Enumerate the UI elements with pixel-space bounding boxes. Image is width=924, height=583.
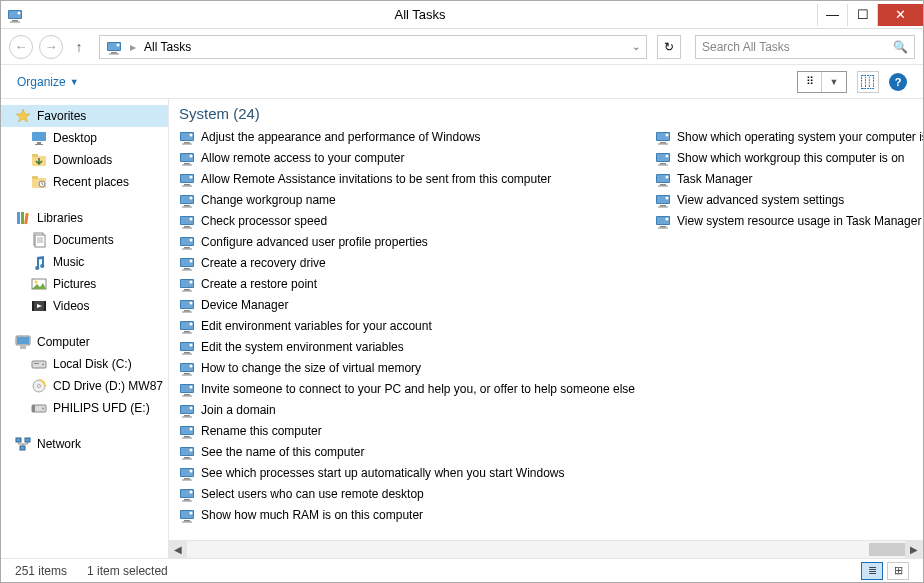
scroll-right-button[interactable]: ▶	[905, 541, 923, 558]
task-label: Allow Remote Assistance invitations to b…	[201, 172, 551, 186]
tree-documents[interactable]: Documents	[1, 229, 168, 251]
tree-libraries[interactable]: Libraries	[1, 207, 168, 229]
task-item[interactable]: Show which workgroup this computer is on	[655, 147, 923, 168]
task-item[interactable]: Edit environment variables for your acco…	[179, 315, 635, 336]
view-dropdown-button[interactable]: ▼	[822, 72, 846, 92]
up-button[interactable]: ↑	[69, 39, 89, 55]
tree-videos[interactable]: Videos	[1, 295, 168, 317]
task-label: Edit environment variables for your acco…	[201, 319, 432, 333]
control-panel-icon	[179, 276, 195, 292]
task-item[interactable]: Invite someone to connect to your PC and…	[179, 378, 635, 399]
task-label: See which processes start up automatical…	[201, 466, 565, 480]
titlebar: All Tasks — ☐ ✕	[1, 1, 923, 29]
task-label: Adjust the appearance and performance of…	[201, 130, 481, 144]
task-label: Allow remote access to your computer	[201, 151, 404, 165]
task-item[interactable]: Device Manager	[179, 294, 635, 315]
task-item[interactable]: Configure advanced user profile properti…	[179, 231, 635, 252]
control-panel-icon	[179, 234, 195, 250]
tree-usb-drive[interactable]: PHILIPS UFD (E:)	[1, 397, 168, 419]
task-item[interactable]: Create a recovery drive	[179, 252, 635, 273]
computer-icon	[15, 334, 31, 350]
task-item[interactable]: Task Manager	[655, 168, 923, 189]
task-item[interactable]: Create a restore point	[179, 273, 635, 294]
tree-pictures[interactable]: Pictures	[1, 273, 168, 295]
tree-network[interactable]: Network	[1, 433, 168, 455]
tree-desktop[interactable]: Desktop	[1, 127, 168, 149]
control-panel-icon	[179, 192, 195, 208]
task-item[interactable]: How to change the size of virtual memory	[179, 357, 635, 378]
breadcrumb-separator-icon: ▸	[130, 40, 136, 54]
task-item[interactable]: Join a domain	[179, 399, 635, 420]
task-item[interactable]: Show how much RAM is on this computer	[179, 504, 635, 525]
libraries-icon	[15, 210, 31, 226]
control-panel-icon	[179, 465, 195, 481]
nav-bar: ← → ↑ ▸ All Tasks ⌄ ↻ Search All Tasks 🔍	[1, 29, 923, 65]
task-label: Show how much RAM is on this computer	[201, 508, 423, 522]
control-panel-icon	[179, 402, 195, 418]
task-item[interactable]: Check processor speed	[179, 210, 635, 231]
close-button[interactable]: ✕	[877, 4, 923, 26]
search-placeholder: Search All Tasks	[702, 40, 790, 54]
tree-recent[interactable]: Recent places	[1, 171, 168, 193]
search-input[interactable]: Search All Tasks 🔍	[695, 35, 915, 59]
back-button[interactable]: ←	[9, 35, 33, 59]
control-panel-icon	[179, 150, 195, 166]
control-panel-icon	[179, 339, 195, 355]
task-label: Edit the system environment variables	[201, 340, 404, 354]
group-header-system[interactable]: System (24)	[169, 99, 923, 126]
task-column-1: Adjust the appearance and performance of…	[169, 126, 645, 540]
task-item[interactable]: Rename this computer	[179, 420, 635, 441]
details-view-button[interactable]: ≣	[861, 562, 883, 580]
task-item[interactable]: View system resource usage in Task Manag…	[655, 210, 923, 231]
task-item[interactable]: View advanced system settings	[655, 189, 923, 210]
control-panel-icon	[179, 318, 195, 334]
control-panel-icon	[179, 444, 195, 460]
task-label: Create a recovery drive	[201, 256, 326, 270]
view-mode-selector[interactable]: ⠿ ▼	[797, 71, 847, 93]
task-item[interactable]: Show which operating system your compute…	[655, 126, 923, 147]
task-item[interactable]: See which processes start up automatical…	[179, 462, 635, 483]
task-item[interactable]: Select users who can use remote desktop	[179, 483, 635, 504]
organize-button[interactable]: Organize ▼	[17, 75, 79, 89]
help-button[interactable]: ?	[889, 73, 907, 91]
task-label: Task Manager	[677, 172, 752, 186]
downloads-icon	[31, 152, 47, 168]
tree-cd-drive[interactable]: CD Drive (D:) MW87	[1, 375, 168, 397]
task-label: Create a restore point	[201, 277, 317, 291]
task-item[interactable]: Change workgroup name	[179, 189, 635, 210]
control-panel-icon	[179, 129, 195, 145]
task-label: Check processor speed	[201, 214, 327, 228]
tree-computer[interactable]: Computer	[1, 331, 168, 353]
tree-favorites[interactable]: Favorites	[1, 105, 168, 127]
forward-button[interactable]: →	[39, 35, 63, 59]
tree-music[interactable]: Music	[1, 251, 168, 273]
task-item[interactable]: Allow remote access to your computer	[179, 147, 635, 168]
address-bar[interactable]: ▸ All Tasks ⌄	[99, 35, 647, 59]
address-dropdown-icon[interactable]: ⌄	[632, 41, 640, 52]
pictures-icon	[31, 276, 47, 292]
task-item[interactable]: Allow Remote Assistance invitations to b…	[179, 168, 635, 189]
status-bar: 251 items 1 item selected ≣ ⊞	[1, 558, 923, 582]
tree-downloads[interactable]: Downloads	[1, 149, 168, 171]
music-icon	[31, 254, 47, 270]
window-title: All Tasks	[23, 7, 817, 22]
task-label: Join a domain	[201, 403, 276, 417]
documents-icon	[31, 232, 47, 248]
videos-icon	[31, 298, 47, 314]
minimize-button[interactable]: —	[817, 4, 847, 26]
status-item-count: 251 items	[15, 564, 67, 578]
maximize-button[interactable]: ☐	[847, 4, 877, 26]
control-panel-icon	[655, 213, 671, 229]
view-icons-button[interactable]: ⠿	[798, 72, 822, 92]
tree-local-disk[interactable]: Local Disk (C:)	[1, 353, 168, 375]
task-item[interactable]: See the name of this computer	[179, 441, 635, 462]
preview-pane-button[interactable]: ⿲	[857, 71, 879, 93]
scroll-left-button[interactable]: ◀	[169, 541, 187, 558]
task-item[interactable]: Adjust the appearance and performance of…	[179, 126, 635, 147]
horizontal-scrollbar[interactable]: ◀ ▶	[169, 540, 923, 558]
large-icons-view-button[interactable]: ⊞	[887, 562, 909, 580]
control-panel-icon	[179, 213, 195, 229]
refresh-button[interactable]: ↻	[657, 35, 681, 59]
control-panel-icon	[179, 360, 195, 376]
task-item[interactable]: Edit the system environment variables	[179, 336, 635, 357]
